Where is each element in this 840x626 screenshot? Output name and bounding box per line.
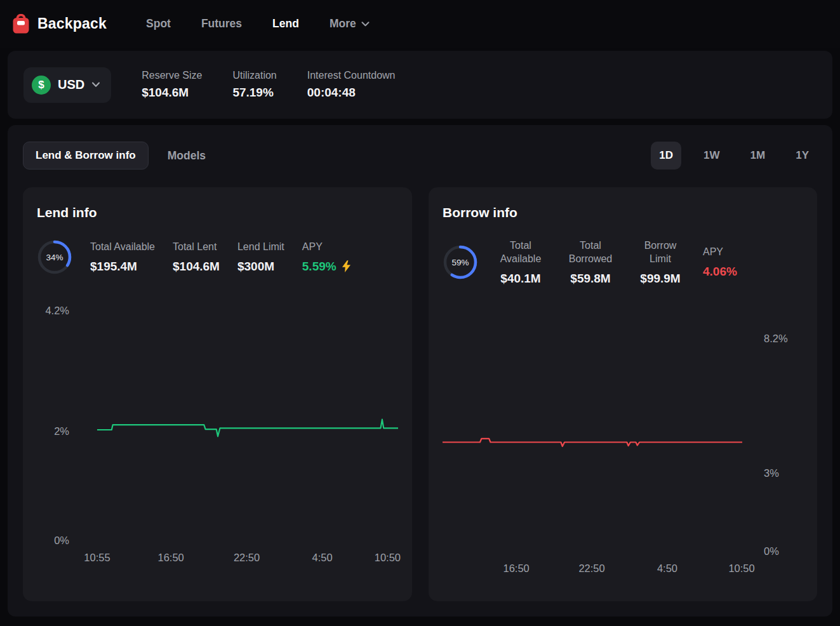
y-axis-label: 3% (764, 467, 779, 479)
dollar-icon: $ (32, 76, 51, 95)
borrow-x-axis: 16:5022:504:5010:50 (443, 560, 742, 579)
stat-label: APY (302, 241, 351, 254)
lend-card-title: Lend info (37, 205, 398, 220)
range-1m-button[interactable]: 1M (742, 142, 774, 170)
borrow-apy-value: 4.06% (703, 265, 737, 279)
tabs-group: Lend & Borrow info Models (23, 142, 206, 170)
total-available-stat: Total Available $40.1M (493, 239, 548, 286)
borrow-apy-polyline (443, 302, 742, 551)
stat-value: $300M (237, 260, 284, 274)
reserve-size-label: Reserve Size (142, 70, 202, 81)
stat-value: $99.9M (633, 272, 688, 286)
borrow-utilization-gauge: 59% (443, 244, 478, 280)
x-axis-label: 16:50 (157, 552, 183, 564)
lend-apy-value: 5.59% (302, 260, 337, 274)
x-axis-label: 22:50 (234, 552, 260, 564)
interest-countdown-label: Interest Countdown (307, 70, 396, 81)
x-axis-label: 4:50 (657, 563, 677, 575)
interest-countdown-value: 00:04:48 (307, 86, 396, 100)
reserve-size-stat: Reserve Size $104.6M (142, 70, 202, 100)
y-axis-label: 0% (54, 535, 69, 547)
lightning-icon (342, 260, 351, 272)
x-axis-label: 10:50 (728, 563, 754, 575)
stat-value: $195.4M (90, 260, 155, 274)
time-range-group: 1D 1W 1M 1Y (651, 142, 817, 170)
stat-value: $104.6M (173, 260, 220, 274)
stat-value: $40.1M (493, 272, 548, 286)
lend-apy-stat: APY 5.59% (302, 241, 351, 274)
nav-item-futures[interactable]: Futures (201, 17, 242, 30)
x-axis-label: 10:50 (375, 552, 401, 564)
brand[interactable]: Backpack (13, 14, 107, 34)
asset-symbol: USD (58, 77, 84, 92)
utilization-value: 57.19% (232, 86, 276, 100)
borrow-limit-stat: Borrow Limit $99.9M (633, 239, 688, 286)
stat-label: APY (703, 246, 737, 259)
tabs-row: Lend & Borrow info Models 1D 1W 1M 1Y (23, 142, 817, 170)
nav-item-spot[interactable]: Spot (146, 17, 171, 30)
range-1d-button[interactable]: 1D (651, 142, 681, 170)
reserve-stats-bar: $ USD Reserve Size $104.6M Utilization 5… (8, 51, 832, 119)
lend-apy-polyline (97, 291, 398, 540)
lend-info-card: Lend info 34% Total Available $195.4M To… (23, 187, 412, 601)
nav-item-more-label: More (330, 17, 356, 30)
interest-countdown-stat: Interest Countdown 00:04:48 (307, 70, 396, 100)
x-axis-label: 22:50 (578, 563, 604, 575)
stat-label: Lend Limit (237, 241, 284, 254)
lend-x-axis: 10:5516:5022:504:5010:50 (97, 549, 398, 568)
stat-label: Total Borrowed (563, 239, 618, 266)
total-borrowed-stat: Total Borrowed $59.8M (563, 239, 618, 286)
tab-lend-borrow-info[interactable]: Lend & Borrow info (23, 142, 149, 170)
y-axis-label: 8.2% (764, 332, 788, 344)
gauge-label: 34% (37, 239, 72, 275)
lend-chart-area: 4.2%2%0% (37, 291, 398, 540)
y-axis-label: 4.2% (45, 305, 69, 317)
brand-name: Backpack (37, 15, 107, 32)
x-axis-label: 10:55 (84, 552, 110, 564)
borrow-stats-row: 59% Total Available $40.1M Total Borrowe… (443, 239, 803, 286)
lend-stats-row: 34% Total Available $195.4M Total Lent $… (37, 239, 398, 275)
total-lent-stat: Total Lent $104.6M (173, 241, 220, 274)
tab-models[interactable]: Models (168, 149, 206, 163)
lend-borrow-panel: Lend & Borrow info Models 1D 1W 1M 1Y Le… (8, 125, 832, 616)
borrow-y-axis: 8.2%3%0% (742, 302, 803, 551)
gauge-label: 59% (443, 244, 478, 280)
chevron-down-icon (361, 22, 370, 27)
borrow-apy-line-chart[interactable] (443, 302, 742, 551)
chevron-down-icon (91, 82, 100, 88)
stat-label: Total Lent (173, 241, 220, 254)
total-available-stat: Total Available $195.4M (90, 241, 155, 274)
asset-selector[interactable]: $ USD (23, 67, 111, 103)
top-navbar: Backpack Spot Futures Lend More (0, 0, 840, 48)
lend-limit-stat: Lend Limit $300M (237, 241, 284, 274)
stat-label: Total Available (90, 241, 155, 254)
lend-apy-line-chart[interactable] (97, 291, 398, 540)
reserve-size-value: $104.6M (142, 86, 202, 100)
stat-value: $59.8M (563, 272, 618, 286)
borrow-apy-stat: APY 4.06% (703, 246, 737, 279)
main-nav: Spot Futures Lend More (146, 17, 370, 30)
backpack-logo-icon (13, 14, 29, 34)
lend-y-axis: 4.2%2%0% (37, 291, 97, 540)
borrow-chart-area: 8.2%3%0% (443, 302, 803, 551)
stat-label: Total Available (493, 239, 548, 266)
lend-utilization-gauge: 34% (37, 239, 72, 275)
stat-label: Borrow Limit (633, 239, 688, 266)
x-axis-label: 16:50 (503, 563, 529, 575)
chart-cards-row: Lend info 34% Total Available $195.4M To… (23, 187, 817, 601)
utilization-label: Utilization (232, 70, 276, 81)
y-axis-label: 0% (764, 545, 779, 557)
nav-item-more[interactable]: More (330, 17, 370, 30)
borrow-card-title: Borrow info (443, 205, 803, 220)
nav-item-lend[interactable]: Lend (272, 17, 299, 30)
range-1y-button[interactable]: 1Y (787, 142, 817, 170)
range-1w-button[interactable]: 1W (695, 142, 728, 170)
y-axis-label: 2% (54, 425, 69, 437)
x-axis-label: 4:50 (312, 552, 332, 564)
utilization-stat: Utilization 57.19% (232, 70, 276, 100)
borrow-info-card: Borrow info 59% Total Available $40.1M T… (429, 187, 817, 601)
